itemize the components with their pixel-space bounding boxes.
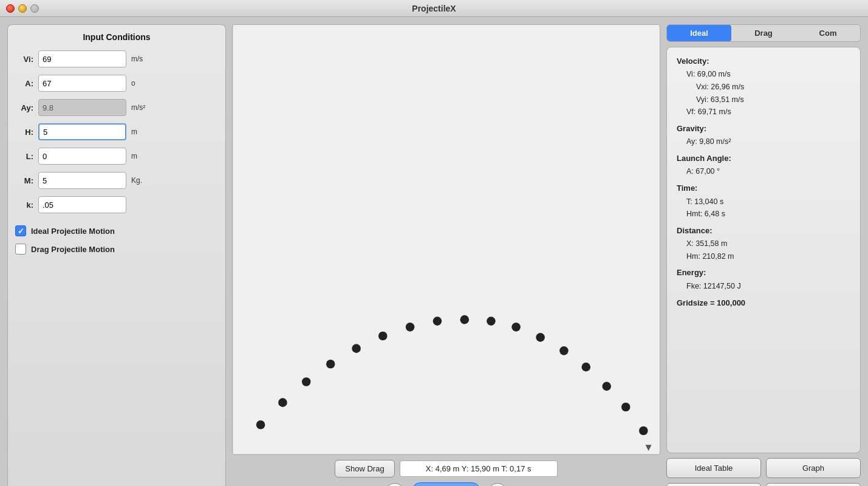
- gridsize-value: Gridsize = 100,000: [677, 296, 850, 309]
- vxi-value: Vxi: 26,96 m/s: [696, 81, 850, 94]
- svg-point-11: [487, 317, 496, 326]
- trajectory-canvas: ▼: [233, 25, 660, 454]
- energy-title: Energy:: [677, 266, 850, 279]
- h-label: H:: [15, 128, 33, 137]
- svg-point-16: [602, 382, 611, 391]
- k-label: k:: [15, 200, 33, 210]
- ideal-table-button[interactable]: Ideal Table: [666, 458, 761, 478]
- angle-value: A: 67,00 °: [686, 165, 850, 178]
- svg-point-4: [302, 377, 311, 386]
- m-row: M: Kg.: [15, 172, 218, 189]
- k-row: k:: [15, 196, 218, 213]
- l-label: L:: [15, 152, 33, 161]
- ay-input[interactable]: [38, 99, 126, 116]
- tab-drag[interactable]: Drag: [731, 25, 796, 41]
- controls-row: Show Drag X: 4,69 m Y: 15,90 m T: 0,17 s: [232, 460, 660, 477]
- svg-point-2: [256, 420, 265, 430]
- svg-point-18: [639, 426, 648, 436]
- l-unit: m: [131, 152, 137, 160]
- tab-com[interactable]: Com: [796, 25, 860, 41]
- t-value: T: 13,040 s: [686, 196, 850, 208]
- svg-point-15: [582, 363, 591, 372]
- ideal-checkbox-row[interactable]: Ideal Projectile Motion: [15, 225, 218, 236]
- maximize-button[interactable]: [30, 4, 39, 13]
- drag-checkbox-row[interactable]: Drag Projectile Motion: [15, 244, 218, 255]
- h-input[interactable]: [38, 123, 126, 140]
- fire-controls-row: < Fire! >: [232, 482, 660, 486]
- k-input[interactable]: [38, 196, 126, 213]
- coords-display: X: 4,69 m Y: 15,90 m T: 0,17 s: [400, 460, 558, 477]
- a-input[interactable]: [38, 75, 126, 92]
- svg-point-17: [621, 403, 630, 412]
- ay-row: Ay: m/s²: [15, 99, 218, 116]
- info-panel: Velocity: Vi: 69,00 m/s Vxi: 26,96 m/s V…: [666, 47, 861, 453]
- vi-unit: m/s: [131, 55, 143, 63]
- x-value: X: 351,58 m: [686, 238, 850, 250]
- close-button[interactable]: [6, 4, 15, 13]
- center-panel: ▼ Show Drag X: 4,69 m Y: 15,90 m T: 0,17…: [232, 24, 660, 486]
- drag-table-button[interactable]: Drag Table: [666, 483, 761, 486]
- graph-button[interactable]: Graph: [766, 458, 861, 478]
- svg-point-13: [536, 333, 545, 342]
- svg-point-6: [352, 344, 361, 353]
- window-title: ProjectileX: [412, 4, 456, 13]
- m-label: M:: [15, 176, 33, 185]
- vi-label: Vi:: [15, 55, 33, 64]
- velocity-title: Velocity:: [677, 55, 850, 67]
- ay-label: Ay:: [15, 103, 33, 112]
- panel-title: Input Conditions: [15, 32, 218, 42]
- drag-checkbox-label: Drag Projectile Motion: [31, 245, 115, 254]
- svg-point-14: [559, 346, 569, 355]
- tab-ideal[interactable]: Ideal: [667, 25, 731, 41]
- a-row: A: o: [15, 75, 218, 92]
- left-panel: Input Conditions Vi: m/s A: o Ay: m/s² H…: [7, 24, 226, 486]
- svg-point-8: [406, 323, 415, 332]
- title-bar: ProjectileX: [0, 0, 868, 17]
- l-row: L: m: [15, 148, 218, 165]
- svg-text:▼: ▼: [643, 442, 654, 453]
- tabs-row: Ideal Drag Com: [666, 24, 861, 42]
- svg-point-5: [326, 360, 335, 369]
- ideal-checkbox[interactable]: [15, 225, 26, 236]
- distance-title: Distance:: [677, 224, 850, 237]
- fire-button[interactable]: Fire!: [412, 482, 480, 486]
- show-drag-button[interactable]: Show Drag: [335, 460, 394, 477]
- h-row: H: m: [15, 123, 218, 140]
- next-button[interactable]: >: [488, 483, 507, 486]
- hmt-value: Hmt: 6,48 s: [686, 208, 850, 221]
- ay-unit: m/s²: [131, 103, 145, 112]
- traffic-lights: [6, 4, 39, 13]
- vi-input[interactable]: [38, 50, 126, 67]
- vi-value: Vi: 69,00 m/s: [686, 68, 850, 81]
- canvas-area: ▼: [232, 24, 660, 455]
- vf-value: Vf: 69,71 m/s: [686, 106, 850, 118]
- help-button[interactable]: Help: [766, 483, 861, 486]
- svg-point-12: [511, 323, 521, 332]
- vi-row: Vi: m/s: [15, 50, 218, 67]
- minimize-button[interactable]: [18, 4, 27, 13]
- vyi-value: Vyi: 63,51 m/s: [696, 94, 850, 106]
- launch-angle-title: Launch Angle:: [677, 152, 850, 165]
- prev-button[interactable]: <: [385, 483, 405, 486]
- main-content: Input Conditions Vi: m/s A: o Ay: m/s² H…: [0, 17, 868, 486]
- right-panel: Ideal Drag Com Velocity: Vi: 69,00 m/s V…: [666, 24, 861, 486]
- m-unit: Kg.: [131, 176, 142, 185]
- a-label: A:: [15, 79, 33, 88]
- action-buttons: Ideal Table Graph Drag Table Help: [666, 458, 861, 486]
- ideal-checkbox-label: Ideal Projectile Motion: [31, 227, 115, 236]
- m-input[interactable]: [38, 172, 126, 189]
- time-title: Time:: [677, 182, 850, 194]
- drag-checkbox[interactable]: [15, 244, 26, 255]
- svg-point-10: [460, 315, 470, 324]
- fke-value: Fke: 12147,50 J: [686, 280, 850, 293]
- svg-point-3: [278, 398, 287, 407]
- l-input[interactable]: [38, 148, 126, 165]
- h-unit: m: [131, 128, 137, 136]
- svg-point-7: [378, 332, 388, 341]
- checkbox-area: Ideal Projectile Motion Drag Projectile …: [15, 225, 218, 255]
- ay-value: Ay: 9,80 m/s²: [686, 135, 850, 148]
- svg-point-9: [433, 317, 442, 326]
- a-unit: o: [131, 79, 135, 87]
- hm-value: Hm: 210,82 m: [686, 250, 850, 263]
- gravity-title: Gravity:: [677, 122, 850, 135]
